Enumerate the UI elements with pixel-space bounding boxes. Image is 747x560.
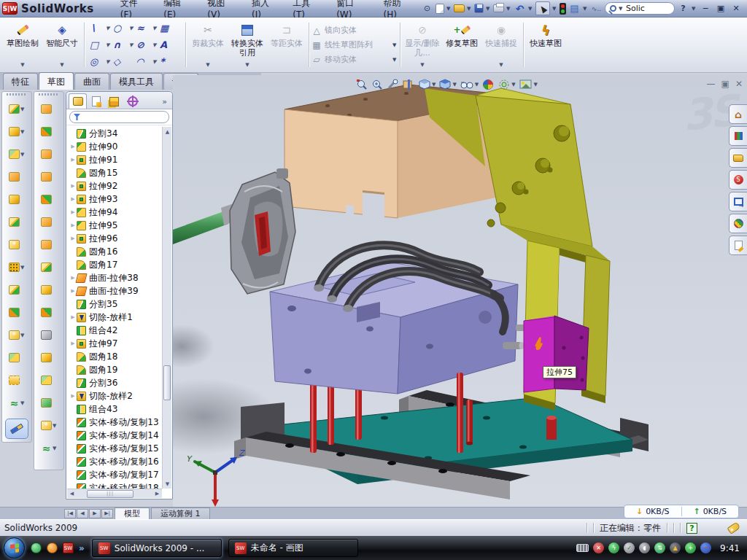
sketch-button[interactable]: 草图绘制▼: [3, 19, 42, 71]
display-delete-relations-button[interactable]: ⊘ 显示/删除几...▼: [403, 19, 442, 71]
tab-configurationmanager[interactable]: [105, 93, 123, 109]
mirror-entities-button[interactable]: △ 镜向实体: [311, 24, 398, 37]
section-view-icon[interactable]: [401, 78, 416, 91]
mold-tool-button[interactable]: ▼: [34, 279, 63, 301]
edit-appearance-icon[interactable]: [481, 78, 495, 91]
tab-view-palette[interactable]: [729, 192, 747, 211]
mold-tool-button[interactable]: ▼: [34, 256, 63, 279]
mold-tool-button[interactable]: ▼: [34, 346, 63, 369]
scroll-left-icon[interactable]: ◀: [67, 489, 77, 499]
smart-dimension-button[interactable]: ◈ 智能尺寸▼: [42, 19, 82, 71]
ribbon-tab[interactable]: 特征: [3, 73, 38, 90]
feature-tool-button[interactable]: ▼: [2, 301, 31, 324]
ribbon-tab[interactable]: 曲面: [74, 73, 109, 90]
repair-sketch-button[interactable]: + 修复草图: [442, 19, 481, 71]
messenger-icon[interactable]: [31, 542, 42, 553]
selection-box-tool[interactable]: ▦: [160, 20, 180, 36]
tree-vertical-scrollbar[interactable]: ▲ ▼: [162, 127, 171, 489]
ribbon-tab[interactable]: 草图: [39, 72, 74, 90]
keyboard-layout-icon[interactable]: [576, 544, 589, 552]
spline-tool[interactable]: ≈▼: [136, 20, 158, 36]
feature-tool-button[interactable]: ▼: [2, 324, 31, 346]
tab-search-results[interactable]: S: [729, 170, 747, 190]
magnifier-icon[interactable]: [386, 78, 400, 91]
tree-item[interactable]: 分割34: [69, 127, 162, 140]
rapid-sketch-button[interactable]: ϟ 快速草图: [526, 19, 565, 71]
taskbar-window-button[interactable]: SW SolidWorks 2009 - ...: [92, 539, 222, 557]
tray-sync-icon[interactable]: ⇅: [654, 542, 665, 553]
tab-design-library[interactable]: [729, 126, 747, 146]
tabs-overflow-button[interactable]: »: [159, 97, 170, 109]
apply-scene-icon[interactable]: ▼: [497, 78, 516, 91]
measure-tool-button[interactable]: [5, 419, 28, 439]
view-orientation-icon[interactable]: ▼: [417, 78, 436, 91]
mold-tool-button[interactable]: ▼: [34, 437, 63, 459]
feature-tool-button[interactable]: ▼: [2, 120, 31, 143]
tree-item[interactable]: 组合43: [69, 402, 162, 416]
feature-tool-button[interactable]: ▼: [2, 166, 31, 188]
expand-arrow-icon[interactable]: [69, 157, 77, 163]
tab-appearances[interactable]: [729, 214, 747, 233]
feature-tool-button[interactable]: ▼: [2, 211, 31, 233]
tree-item[interactable]: 实体-移动/复制15: [69, 442, 162, 455]
feature-tool-button[interactable]: ▼: [2, 256, 31, 279]
zoom-to-fit-icon[interactable]: [355, 78, 369, 91]
tree-item[interactable]: 圆角17: [69, 258, 162, 271]
tab-dimxpertmanager[interactable]: [123, 93, 142, 109]
options-icon[interactable]: ▤: [568, 2, 581, 15]
tab-custom-properties[interactable]: [729, 236, 747, 255]
select-tool-button[interactable]: ▲: [535, 1, 550, 15]
tree-item[interactable]: 实体-移动/复制17: [69, 468, 162, 481]
quick-snaps-button[interactable]: ◉ 快速捕捉▼: [481, 19, 521, 71]
tree-item[interactable]: 分割36: [69, 376, 162, 389]
expand-arrow-icon[interactable]: [69, 341, 77, 346]
tree-item[interactable]: 拉伸91: [69, 153, 162, 166]
expand-arrow-icon[interactable]: [69, 222, 77, 228]
feature-tool-button[interactable]: ▼: [2, 369, 31, 392]
tree-item[interactable]: 拉伸96: [69, 232, 162, 245]
help-button[interactable]: ?: [677, 2, 689, 15]
mold-tool-button[interactable]: ▼: [34, 324, 63, 346]
next-tab-button[interactable]: ▶: [89, 509, 101, 518]
view-settings-icon[interactable]: ▼: [518, 78, 538, 91]
tree-item[interactable]: 实体-移动/复制13: [69, 416, 162, 429]
tab-file-explorer[interactable]: [729, 148, 747, 168]
expand-arrow-icon[interactable]: [69, 209, 77, 215]
mold-tool-button[interactable]: ▼: [34, 166, 63, 188]
feature-tool-button[interactable]: ▼: [2, 392, 31, 414]
mold-assembly-model[interactable]: Y Z X: [173, 75, 747, 507]
feature-tool-button[interactable]: ▼: [2, 233, 31, 256]
tab-motion-study[interactable]: 运动算例 1: [151, 508, 210, 519]
tree-item[interactable]: 组合42: [69, 324, 162, 337]
hide-show-items-icon[interactable]: ▼: [459, 78, 479, 91]
tray-update-icon[interactable]: ✓: [624, 542, 635, 553]
scroll-down-icon[interactable]: ▼: [163, 479, 172, 489]
move-entities-button[interactable]: ▱ 移动实体▼: [311, 53, 398, 66]
tree-item[interactable]: 拉伸97: [69, 337, 162, 350]
expand-arrow-icon[interactable]: [69, 314, 77, 320]
line-tool[interactable]: ∖▼: [90, 20, 112, 36]
magenta-insert-part[interactable]: [524, 316, 589, 392]
tray-antivirus-icon[interactable]: ϟ: [608, 542, 619, 553]
circle-tool[interactable]: ○▼: [113, 20, 135, 36]
tree-item[interactable]: 圆角19: [69, 363, 162, 376]
save-icon[interactable]: [474, 4, 484, 13]
point-tool[interactable]: *: [160, 53, 180, 70]
taskbar-clock[interactable]: 9:41: [720, 543, 740, 553]
feature-tool-button[interactable]: ▼: [2, 279, 31, 301]
text-tool[interactable]: A: [160, 36, 180, 53]
offset-entities-button[interactable]: ⊐ 等距实体: [267, 19, 306, 71]
new-file-icon[interactable]: [436, 4, 444, 14]
ellipse-tool[interactable]: ⊘▼: [136, 36, 158, 53]
first-tab-button[interactable]: |◀: [64, 509, 76, 518]
restore-button[interactable]: ▣: [714, 3, 727, 15]
mold-tool-button[interactable]: ▼: [34, 211, 63, 233]
search-box[interactable]: ▼ Solic: [605, 2, 675, 15]
sprue-bushing-part[interactable]: [173, 168, 295, 294]
doc-restore-button[interactable]: ▣: [721, 79, 729, 89]
tree-item[interactable]: 拉伸92: [69, 179, 162, 192]
taskbar-window-button[interactable]: SW 未命名 - 画图: [228, 539, 358, 557]
doc-minimize-button[interactable]: —: [707, 79, 716, 89]
tree-item[interactable]: 实体-移动/复制18: [69, 481, 162, 489]
minimize-button[interactable]: −: [699, 3, 712, 15]
